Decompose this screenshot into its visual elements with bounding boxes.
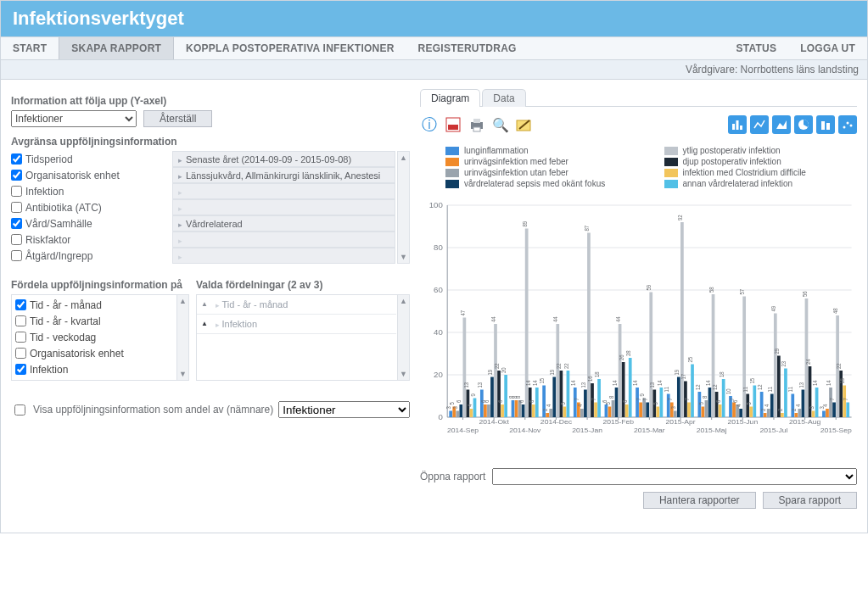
- limit-heading: Avgränsa uppföljningsinformation: [11, 136, 410, 148]
- svg-text:100: 100: [429, 201, 443, 209]
- svg-text:2014-Nov: 2014-Nov: [509, 426, 541, 434]
- svg-text:6: 6: [715, 399, 721, 403]
- svg-rect-247: [822, 411, 826, 418]
- distribute-label: Tid - år - månad: [30, 299, 102, 311]
- distribute-checkbox-0[interactable]: [15, 299, 26, 310]
- menu-item-logga-ut[interactable]: LOGGA UT: [788, 37, 867, 59]
- svg-rect-187: [719, 404, 722, 417]
- pdf-icon[interactable]: [444, 115, 462, 134]
- svg-text:15: 15: [749, 377, 755, 383]
- svg-text:11: 11: [742, 386, 748, 392]
- chart-bar-icon[interactable]: [728, 115, 747, 134]
- svg-text:4: 4: [466, 404, 472, 407]
- selected-item-0[interactable]: ▲Tid - år - månad: [197, 295, 396, 315]
- tab-diagram[interactable]: Diagram: [420, 89, 480, 107]
- distribute-checkbox-3[interactable]: [15, 348, 26, 359]
- menu-item-skapa-rapport[interactable]: SKAPA RAPPORT: [59, 37, 174, 59]
- svg-text:12: 12: [757, 384, 763, 390]
- svg-text:22: 22: [563, 363, 568, 369]
- filters-scrollbar[interactable]: ▲▼: [397, 151, 410, 264]
- svg-rect-223: [781, 413, 784, 417]
- svg-text:44: 44: [552, 316, 558, 322]
- distribute-label: Tid - veckodag: [30, 332, 96, 343]
- svg-text:14: 14: [570, 380, 576, 386]
- svg-text:7: 7: [829, 398, 835, 401]
- svg-rect-131: [622, 362, 625, 417]
- menu-item-start[interactable]: START: [1, 37, 59, 59]
- info-icon[interactable]: ⓘ: [420, 115, 439, 134]
- filter-checkbox-0[interactable]: [11, 153, 22, 165]
- tab-data[interactable]: Data: [482, 89, 525, 107]
- edit-icon[interactable]: [515, 115, 534, 134]
- chart-area-icon[interactable]: [772, 115, 791, 134]
- svg-text:18: 18: [719, 371, 725, 377]
- svg-rect-159: [670, 403, 674, 418]
- filter-checkbox-2[interactable]: [11, 186, 22, 197]
- chart-dots-icon[interactable]: [838, 115, 857, 134]
- save-report-button[interactable]: Spara rapport: [763, 492, 857, 509]
- svg-text:6: 6: [484, 399, 490, 403]
- svg-rect-177: [702, 407, 705, 418]
- filter-value-1[interactable]: Länssjukvård, Allmänkirurgi länsklinik, …: [172, 167, 395, 183]
- svg-text:3: 3: [670, 406, 676, 410]
- filter-checkbox-6[interactable]: [11, 250, 22, 261]
- filter-value-0[interactable]: Senaste året (2014-09-09 - 2015-09-08): [172, 151, 395, 167]
- svg-rect-253: [832, 403, 836, 418]
- svg-rect-219: [774, 314, 777, 418]
- svg-text:7: 7: [843, 398, 848, 401]
- svg-rect-213: [764, 413, 767, 417]
- reset-button[interactable]: Återställ: [143, 110, 212, 127]
- svg-rect-49: [480, 390, 484, 418]
- filter-value-4[interactable]: Vårdrelaterad: [172, 215, 395, 231]
- distribute-scrollbar[interactable]: ▲▼: [176, 295, 188, 380]
- manage-reports-button[interactable]: Hantera rapporter: [643, 492, 756, 509]
- share-checkbox[interactable]: [14, 404, 25, 416]
- context-bar: Vårdgivare: Norrbottens läns landsting: [1, 60, 867, 80]
- svg-rect-89: [549, 409, 552, 417]
- svg-text:6: 6: [622, 399, 628, 403]
- print-icon[interactable]: [468, 115, 486, 134]
- svg-rect-183: [712, 294, 715, 417]
- follow-up-select[interactable]: Infektioner: [11, 110, 137, 127]
- svg-rect-95: [559, 371, 563, 417]
- distribute-checkbox-4[interactable]: [15, 364, 26, 375]
- distribute-checkbox-1[interactable]: [15, 315, 26, 326]
- svg-text:9: 9: [639, 393, 645, 397]
- selected-item-1[interactable]: ▲Infektion: [197, 315, 396, 334]
- svg-text:13: 13: [477, 382, 483, 388]
- svg-rect-259: [843, 386, 846, 418]
- filter-label: Riskfaktor: [25, 234, 70, 246]
- svg-rect-127: [615, 388, 619, 417]
- chart-pie-icon[interactable]: [794, 115, 813, 134]
- svg-text:11: 11: [664, 386, 669, 392]
- menu-item-koppla-postoperativa-infektioner[interactable]: KOPPLA POSTOPERATIVA INFEKTIONER: [174, 37, 406, 59]
- distribute-checkbox-2[interactable]: [15, 332, 26, 343]
- menu-item-registerutdrag[interactable]: REGISTERUTDRAG: [406, 37, 529, 59]
- svg-rect-1: [448, 125, 458, 130]
- filter-value-2[interactable]: [172, 183, 395, 199]
- filter-value-3[interactable]: [172, 199, 395, 215]
- svg-text:80: 80: [434, 243, 443, 252]
- zoom-icon[interactable]: 🔍: [491, 115, 510, 134]
- app-title: Infektionsverktyget: [1, 1, 867, 36]
- svg-text:7: 7: [591, 398, 596, 401]
- svg-rect-151: [656, 407, 659, 418]
- filter-checkbox-4[interactable]: [11, 218, 22, 229]
- filter-checkbox-3[interactable]: [11, 202, 22, 213]
- chart-line-icon[interactable]: [750, 115, 769, 134]
- svg-text:0: 0: [438, 413, 442, 421]
- legend-entry: vårdrelaterad sepsis med okänt fokus: [445, 179, 639, 188]
- share-select[interactable]: Infektioner: [278, 401, 410, 418]
- svg-rect-181: [708, 388, 712, 417]
- chart-stacked-icon[interactable]: [816, 115, 835, 134]
- svg-text:5: 5: [559, 402, 565, 405]
- filter-checkbox-1[interactable]: [11, 170, 22, 181]
- open-report-select[interactable]: [492, 468, 857, 485]
- selected-scrollbar[interactable]: ▲▼: [397, 295, 409, 380]
- menu-item-status[interactable]: STATUS: [725, 37, 789, 59]
- svg-text:5: 5: [604, 402, 610, 405]
- filter-value-6[interactable]: [172, 248, 395, 264]
- filter-value-5[interactable]: [172, 231, 395, 248]
- filter-label: Antibiotika (ATC): [25, 202, 102, 214]
- filter-checkbox-5[interactable]: [11, 234, 22, 245]
